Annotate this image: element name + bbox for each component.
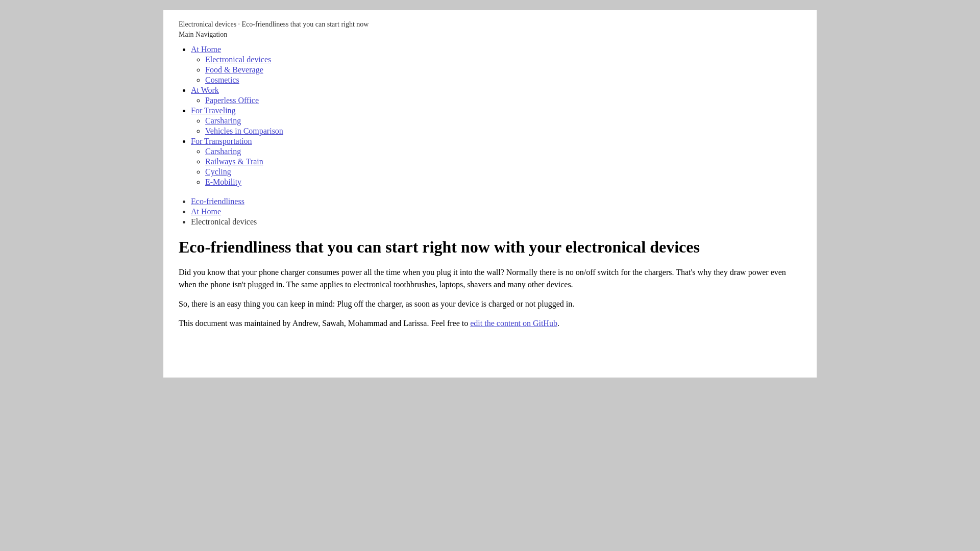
nav-sublist-for-transportation: Carsharing Railways & Train Cycling E-Mo… <box>191 147 801 187</box>
nav-subitem-paperless-office: Paperless Office <box>205 96 801 105</box>
secondary-nav-link-eco[interactable]: Eco-friendliness <box>191 197 244 206</box>
nav-subitem-vehicles-comparison: Vehicles in Comparison <box>205 127 801 136</box>
nav-item-at-home: At Home Electronical devices Food & Beve… <box>191 45 801 85</box>
nav-link-carsharing[interactable]: Carsharing <box>205 116 241 125</box>
secondary-nav-item-eco: Eco-friendliness <box>191 197 801 206</box>
nav-item-at-work: At Work Paperless Office <box>191 86 801 105</box>
nav-link-railways[interactable]: Railways & Train <box>205 157 263 166</box>
paragraph3-prefix: This document was maintained by Andrew, … <box>179 319 470 328</box>
nav-sublist-at-work: Paperless Office <box>191 96 801 105</box>
nav-link-carsharing2[interactable]: Carsharing <box>205 147 241 156</box>
page-container: Electronical devices · Eco-friendliness … <box>163 10 817 378</box>
breadcrumb-text: Electronical devices · Eco-friendliness … <box>179 20 369 28</box>
main-navigation: At Home Electronical devices Food & Beve… <box>179 45 801 187</box>
breadcrumb: Electronical devices · Eco-friendliness … <box>179 20 801 29</box>
nav-list: At Home Electronical devices Food & Beve… <box>179 45 801 187</box>
nav-sublist-at-home: Electronical devices Food & Beverage Cos… <box>191 55 801 85</box>
nav-link-electronical-devices[interactable]: Electronical devices <box>205 55 271 64</box>
nav-link-e-mobility[interactable]: E-Mobility <box>205 178 241 186</box>
nav-link-at-home[interactable]: At Home <box>191 45 221 54</box>
secondary-nav-static-text: Electronical devices <box>191 217 257 226</box>
content-paragraph-3: This document was maintained by Andrew, … <box>179 317 791 330</box>
paragraph3-suffix: . <box>557 319 559 328</box>
main-nav-label: Main Navigation <box>179 31 801 39</box>
nav-sublist-for-traveling: Carsharing Vehicles in Comparison <box>191 116 801 136</box>
nav-subitem-carsharing2: Carsharing <box>205 147 801 156</box>
page-title: Eco-friendliness that you can start righ… <box>179 237 801 258</box>
nav-item-for-traveling: For Traveling Carsharing Vehicles in Com… <box>191 106 801 136</box>
secondary-nav-list: Eco-friendliness At Home Electronical de… <box>179 197 801 227</box>
nav-subitem-electronical-devices: Electronical devices <box>205 55 801 64</box>
nav-subitem-cosmetics: Cosmetics <box>205 76 801 85</box>
nav-link-for-transportation[interactable]: For Transportation <box>191 137 252 145</box>
nav-link-at-work[interactable]: At Work <box>191 86 219 94</box>
nav-link-vehicles-comparison[interactable]: Vehicles in Comparison <box>205 127 283 135</box>
secondary-nav-item-electronical-devices: Electronical devices <box>191 217 801 227</box>
nav-link-cycling[interactable]: Cycling <box>205 167 231 176</box>
nav-subitem-carsharing: Carsharing <box>205 116 801 126</box>
nav-subitem-cycling: Cycling <box>205 167 801 177</box>
nav-item-for-transportation: For Transportation Carsharing Railways &… <box>191 137 801 187</box>
content-paragraph-1: Did you know that your phone charger con… <box>179 266 791 291</box>
nav-subitem-railways: Railways & Train <box>205 157 801 166</box>
secondary-nav-item-at-home: At Home <box>191 207 801 216</box>
github-link[interactable]: edit the content on GitHub <box>470 319 557 328</box>
nav-link-paperless-office[interactable]: Paperless Office <box>205 96 259 105</box>
nav-link-cosmetics[interactable]: Cosmetics <box>205 76 239 84</box>
nav-link-for-traveling[interactable]: For Traveling <box>191 106 236 115</box>
secondary-nav-link-at-home[interactable]: At Home <box>191 207 221 216</box>
nav-subitem-e-mobility: E-Mobility <box>205 178 801 187</box>
nav-subitem-food-beverage: Food & Beverage <box>205 65 801 74</box>
nav-link-food-beverage[interactable]: Food & Beverage <box>205 65 263 74</box>
content-paragraph-2: So, there is an easy thing you can keep … <box>179 298 791 310</box>
